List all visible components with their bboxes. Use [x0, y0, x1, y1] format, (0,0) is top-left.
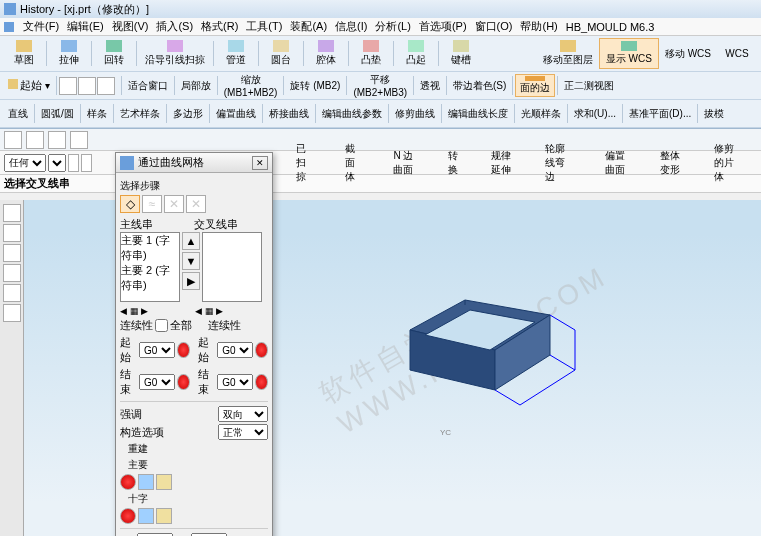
tab-swept[interactable]: 已扫掠 — [281, 139, 328, 187]
btn-key[interactable]: 键槽 — [441, 38, 481, 69]
btn-move-wcs[interactable]: 移动 WCS — [659, 38, 717, 69]
filter-select[interactable]: 任何 — [4, 154, 46, 172]
sbtn-1[interactable] — [4, 131, 22, 149]
tab-trim[interactable]: 修剪的片体 — [699, 139, 757, 187]
menu-window[interactable]: 窗口(O) — [472, 19, 516, 34]
btn-extrude[interactable]: 拉伸 — [49, 38, 89, 69]
move-right[interactable]: ▶ — [182, 272, 200, 290]
tab-section[interactable]: 截面体 — [330, 139, 377, 187]
dialog-close-button[interactable]: ✕ — [252, 156, 268, 170]
menu-view[interactable]: 视图(V) — [109, 19, 152, 34]
btn-revolve[interactable]: 回转 — [94, 38, 134, 69]
btn-line[interactable]: 直线 — [4, 102, 32, 125]
btn-move-layer[interactable]: 移动至图层 — [537, 38, 599, 69]
side-4[interactable] — [3, 264, 21, 282]
sbtn-2[interactable] — [26, 131, 44, 149]
step-3[interactable]: ✕ — [164, 195, 184, 213]
side-3[interactable] — [3, 244, 21, 262]
start-btn-r[interactable] — [255, 342, 268, 358]
menu-edit[interactable]: 编辑(E) — [64, 19, 107, 34]
menu-help[interactable]: 帮助(H) — [517, 19, 560, 34]
btn-spline[interactable]: 样条 — [83, 102, 111, 125]
list-item[interactable]: 主要 2 (字符串) — [121, 263, 179, 293]
side-6[interactable] — [3, 304, 21, 322]
toolbtn-2[interactable] — [78, 77, 96, 95]
start-btn-l[interactable] — [177, 342, 190, 358]
btn-pan[interactable]: 平移(MB2+MB3) — [349, 74, 411, 97]
btn-sweep[interactable]: 沿导引线扫掠 — [139, 38, 211, 69]
primary-opt-2[interactable] — [138, 474, 154, 490]
btn-smooth-spline[interactable]: 光顺样条 — [517, 102, 565, 125]
btn-edit-curve-param[interactable]: 编辑曲线参数 — [318, 102, 386, 125]
btn-shell[interactable]: 腔体 — [306, 38, 346, 69]
cross-opt-3[interactable] — [156, 508, 172, 524]
toolbtn-1[interactable] — [59, 77, 77, 95]
menu-analysis[interactable]: 分析(L) — [372, 19, 413, 34]
cross-opt-2[interactable] — [138, 508, 154, 524]
btn-zoom-local[interactable]: 局部放 — [177, 74, 215, 97]
end-g0-l[interactable]: G0 — [139, 374, 175, 390]
btn-show-wcs[interactable]: 显示 WCS — [599, 38, 659, 69]
primary-opt-1[interactable] — [120, 474, 136, 490]
tab-deform[interactable]: 整体变形 — [645, 146, 697, 180]
btn-edit-curve-len[interactable]: 编辑曲线长度 — [444, 102, 512, 125]
btn-wcs[interactable]: WCS — [717, 38, 757, 69]
btn-arc[interactable]: 圆弧/圆 — [37, 102, 78, 125]
menu-file[interactable]: 文件(F) — [20, 19, 62, 34]
tab-convert[interactable]: 转换 — [433, 146, 474, 180]
btn-pad[interactable]: 凸垫 — [351, 38, 391, 69]
filter-select-2[interactable] — [48, 154, 66, 172]
side-5[interactable] — [3, 284, 21, 302]
cross-list[interactable] — [202, 232, 262, 302]
step-2[interactable]: ≈ — [142, 195, 162, 213]
primary-opt-3[interactable] — [156, 474, 172, 490]
btn-bridge-curve[interactable]: 桥接曲线 — [265, 102, 313, 125]
dialog-titlebar[interactable]: 通过曲线网格 ✕ — [116, 153, 272, 173]
btn-rib[interactable]: 凸起 — [396, 38, 436, 69]
menu-assembly[interactable]: 装配(A) — [287, 19, 330, 34]
menu-tools[interactable]: 工具(T) — [243, 19, 285, 34]
btn-zoom[interactable]: 缩放(MB1+MB2) — [220, 74, 282, 97]
list-item[interactable]: 主要 1 (字符串) — [121, 233, 179, 263]
step-1[interactable]: ◇ — [120, 195, 140, 213]
btn-offset-curve[interactable]: 偏置曲线 — [212, 102, 260, 125]
btn-trim-curve[interactable]: 修剪曲线 — [391, 102, 439, 125]
start-g0-l[interactable]: G0 — [139, 342, 175, 358]
emphasis-select[interactable]: 双向 — [218, 406, 268, 422]
menu-insert[interactable]: 插入(S) — [153, 19, 196, 34]
move-down[interactable]: ▼ — [182, 252, 200, 270]
construct-select[interactable]: 正常 — [218, 424, 268, 440]
cross-opt-1[interactable] — [120, 508, 136, 524]
btn-face-edge[interactable]: 面的边 — [515, 74, 555, 97]
fbtn-1[interactable] — [68, 154, 79, 172]
tab-offset[interactable]: 偏置曲面 — [590, 146, 642, 180]
tab-law-ext[interactable]: 规律延伸 — [476, 146, 528, 180]
step-4[interactable]: ✕ — [186, 195, 206, 213]
toolbtn-3[interactable] — [97, 77, 115, 95]
side-1[interactable] — [3, 204, 21, 222]
btn-isoview[interactable]: 正二测视图 — [560, 74, 618, 97]
btn-fit[interactable]: 适合窗口 — [124, 74, 172, 97]
end-btn-r[interactable] — [255, 374, 268, 390]
all-checkbox[interactable] — [155, 319, 168, 332]
btn-rotate[interactable]: 旋转 (MB2) — [286, 74, 344, 97]
btn-cone[interactable]: 圆台 — [261, 38, 301, 69]
btn-pipe[interactable]: 管道 — [216, 38, 256, 69]
btn-sum[interactable]: 求和(U)... — [570, 102, 620, 125]
end-g0-r[interactable]: G0 — [217, 374, 253, 390]
btn-sketch[interactable]: 草图 — [4, 38, 44, 69]
move-up[interactable]: ▲ — [182, 232, 200, 250]
end-btn-l[interactable] — [177, 374, 190, 390]
start-g0-r[interactable]: G0 — [217, 342, 253, 358]
btn-draft[interactable]: 拔模 — [700, 102, 728, 125]
btn-datum-plane[interactable]: 基准平面(D)... — [625, 102, 695, 125]
btn-start[interactable]: 起始 ▾ — [4, 74, 54, 97]
fbtn-2[interactable] — [81, 154, 92, 172]
sbtn-4[interactable] — [70, 131, 88, 149]
menu-hbmould[interactable]: HB_MOULD M6.3 — [563, 21, 658, 33]
primary-list[interactable]: 主要 1 (字符串) 主要 2 (字符串) — [120, 232, 180, 302]
menu-info[interactable]: 信息(I) — [332, 19, 370, 34]
btn-polygon[interactable]: 多边形 — [169, 102, 207, 125]
side-2[interactable] — [3, 224, 21, 242]
tab-profile[interactable]: 轮廓线弯边 — [530, 139, 588, 187]
